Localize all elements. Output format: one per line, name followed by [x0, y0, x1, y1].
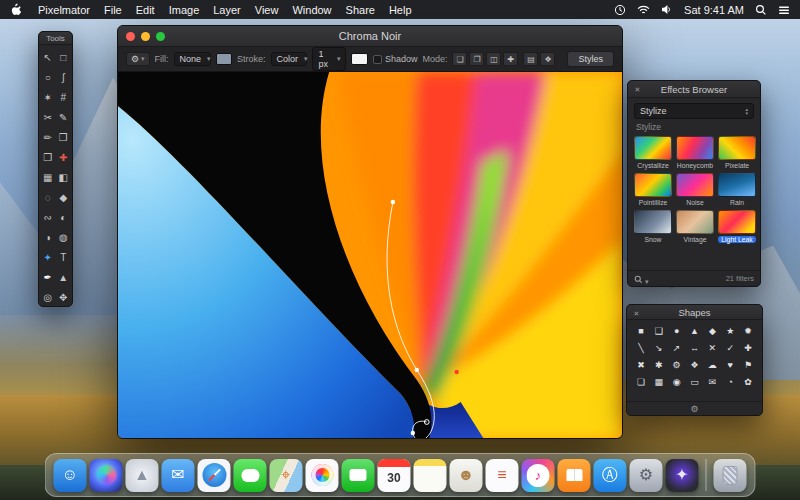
shape-gear[interactable]: ⚙ [669, 358, 684, 373]
dock-item-system-preferences[interactable]: ⚙ [630, 459, 663, 492]
toolbar-button-effects[interactable]: ❖ [540, 52, 555, 66]
shape-target[interactable]: ◉ [669, 375, 684, 390]
dock-item-calendar[interactable]: 30 [378, 459, 411, 492]
dock-item-app-store[interactable]: Ⓐ [594, 459, 627, 492]
tool-zoom[interactable]: ◎ [40, 290, 55, 305]
menu-item-pixelmator[interactable]: Pixelmator [38, 4, 90, 16]
tool-sharpen[interactable]: ◆ [56, 190, 71, 205]
tool-shape[interactable]: ▲ [56, 270, 71, 285]
stroke-width-select[interactable]: 1 px [312, 47, 346, 71]
effect-crystallize[interactable]: Crystallize [634, 136, 672, 169]
shape-check[interactable]: ✓ [723, 341, 738, 356]
effect-rain[interactable]: Rain [718, 173, 756, 206]
tool-crop[interactable]: # [56, 90, 71, 105]
shape-line[interactable]: ╲ [633, 341, 648, 356]
tool-pencil[interactable]: ✎ [56, 110, 71, 125]
effect-pointillize[interactable]: Pointillize [634, 173, 672, 206]
apple-menu-icon[interactable] [10, 3, 22, 16]
stroke-color-swatch[interactable] [351, 53, 367, 65]
menu-item-share[interactable]: Share [346, 4, 375, 16]
shape-mail[interactable]: ✉ [705, 375, 720, 390]
dock-item-photos[interactable] [306, 459, 339, 492]
dock-item-siri[interactable] [90, 459, 123, 492]
notification-center-icon[interactable] [778, 5, 790, 15]
fill-select[interactable]: None [174, 52, 211, 66]
tool-burn[interactable]: ◑ [40, 230, 55, 245]
volume-icon[interactable] [661, 4, 673, 15]
shape-grid[interactable]: ▦ [651, 375, 666, 390]
shape-multiply[interactable]: ✖ [633, 358, 648, 373]
shape-cloud[interactable]: ☁ [705, 358, 720, 373]
tool-magic-wand[interactable]: ✶ [40, 90, 55, 105]
dock-item-contacts[interactable]: ☻ [450, 459, 483, 492]
menu-item-help[interactable]: Help [389, 4, 412, 16]
stroke-select[interactable]: Color [271, 52, 308, 66]
dock-item-reminders[interactable]: ≡ [486, 459, 519, 492]
shape-triangle[interactable]: ▲ [687, 324, 702, 339]
dock-item-mail[interactable]: ✉ [162, 459, 195, 492]
tool-dodge[interactable]: ◐ [56, 210, 71, 225]
effect-light-leak[interactable]: Light Leak [718, 210, 756, 243]
shape-plus[interactable]: ✚ [741, 341, 756, 356]
tool-slice[interactable]: ✂ [40, 110, 55, 125]
shape-asterisk[interactable]: ✱ [651, 358, 666, 373]
menu-item-image[interactable]: Image [169, 4, 200, 16]
tool-pen[interactable]: ✒ [40, 270, 55, 285]
tool-gradient[interactable]: ▦ [40, 170, 55, 185]
dock-item-messages[interactable] [234, 459, 267, 492]
minimize-button[interactable] [141, 32, 150, 41]
dock-item-pixelmator[interactable]: ✦ [666, 459, 699, 492]
menu-item-edit[interactable]: Edit [136, 4, 155, 16]
tool-move[interactable]: ↖ [40, 50, 55, 65]
effect-vintage[interactable]: Vintage [676, 210, 714, 243]
shape-diamond[interactable]: ◆ [705, 324, 720, 339]
tool-type[interactable]: T [56, 250, 71, 265]
tool-lasso[interactable]: ʃ [56, 70, 71, 85]
effects-category-select[interactable]: Stylize ▴ ▾ [634, 103, 754, 119]
dock-item-notes[interactable] [414, 459, 447, 492]
canvas[interactable] [118, 72, 622, 439]
mode-button-mode-intersect[interactable]: ◫ [486, 52, 501, 66]
effect-honeycomb[interactable]: Honeycomb [676, 136, 714, 169]
shape-cross[interactable]: ✕ [705, 341, 720, 356]
tool-eyedropper[interactable]: ✦ [40, 250, 55, 265]
spotlight-icon[interactable] [755, 4, 767, 16]
tool-smudge[interactable]: ∾ [40, 210, 55, 225]
tool-blur[interactable]: ◌ [40, 190, 55, 205]
shape-arrow-left-right[interactable]: ↔ [687, 341, 702, 356]
tool-marquee[interactable]: □ [56, 50, 71, 65]
shape-burst[interactable]: ✹ [741, 324, 756, 339]
window-titlebar[interactable]: Chroma Noir [118, 26, 622, 47]
tool-settings-dropdown[interactable]: ⚙ [126, 52, 150, 66]
time-machine-icon[interactable] [614, 4, 626, 16]
shape-ornament[interactable]: ❖ [687, 358, 702, 373]
shadow-checkbox[interactable]: Shadow [373, 54, 418, 64]
shape-square[interactable]: ■ [633, 324, 648, 339]
menu-item-file[interactable]: File [104, 4, 122, 16]
tool-clone-stamp[interactable]: ❐ [40, 150, 55, 165]
tool-brush[interactable]: ✏ [40, 130, 55, 145]
tool-eraser[interactable]: ❒ [56, 130, 71, 145]
shape-flower[interactable]: ✿ [741, 375, 756, 390]
dock-item-launchpad[interactable]: ▲ [126, 459, 159, 492]
mode-button-mode-union[interactable]: ❏ [452, 52, 467, 66]
gear-icon[interactable]: ⚙ [690, 404, 698, 414]
tool-healing[interactable]: ✚ [56, 150, 71, 165]
shape-document[interactable]: ❏ [633, 375, 648, 390]
toolbar-button-arrange[interactable]: ▤ [523, 52, 538, 66]
shape-circle[interactable]: ● [669, 324, 684, 339]
shape-heart[interactable]: ♥ [723, 358, 738, 373]
menu-item-window[interactable]: Window [292, 4, 331, 16]
effect-pixelate[interactable]: Pixelate [718, 136, 756, 169]
mode-button-mode-exclude[interactable]: ✚ [503, 52, 518, 66]
wifi-icon[interactable] [637, 5, 650, 15]
menu-item-layer[interactable]: Layer [213, 4, 241, 16]
styles-button[interactable]: Styles [567, 51, 614, 67]
shape-star[interactable]: ★ [723, 324, 738, 339]
tool-paint-bucket[interactable]: ◧ [56, 170, 71, 185]
effect-noise[interactable]: Noise [676, 173, 714, 206]
menu-clock[interactable]: Sat 9:41 AM [684, 4, 744, 16]
close-icon[interactable]: ✕ [632, 309, 641, 318]
mode-button-mode-subtract[interactable]: ❐ [469, 52, 484, 66]
search-icon[interactable] [634, 270, 643, 288]
